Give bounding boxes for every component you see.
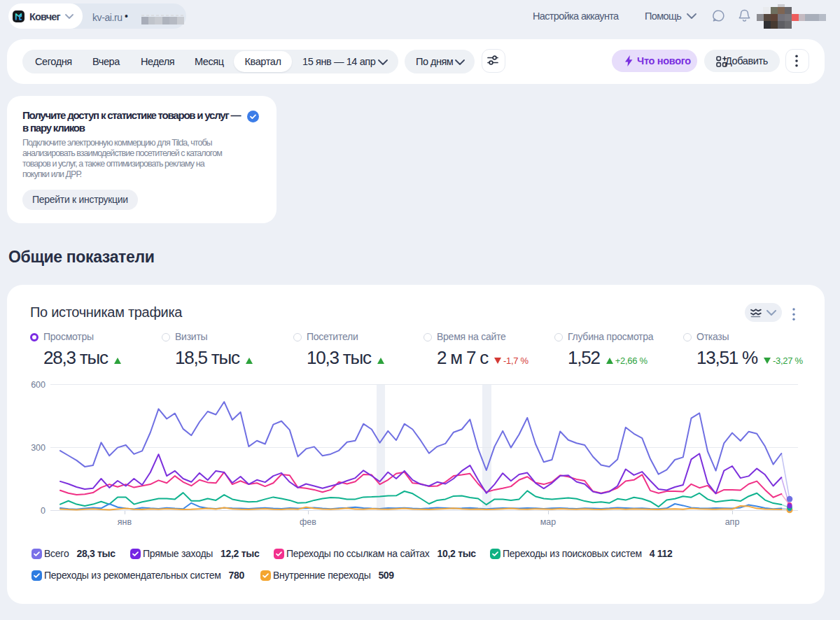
svg-text:300: 300 — [31, 443, 46, 453]
svg-text:фев: фев — [300, 517, 316, 527]
svg-text:апр: апр — [725, 517, 740, 527]
svg-text:600: 600 — [31, 380, 46, 390]
svg-text:мар: мар — [540, 517, 556, 527]
svg-text:янв: янв — [118, 517, 132, 527]
svg-text:0: 0 — [41, 506, 46, 516]
